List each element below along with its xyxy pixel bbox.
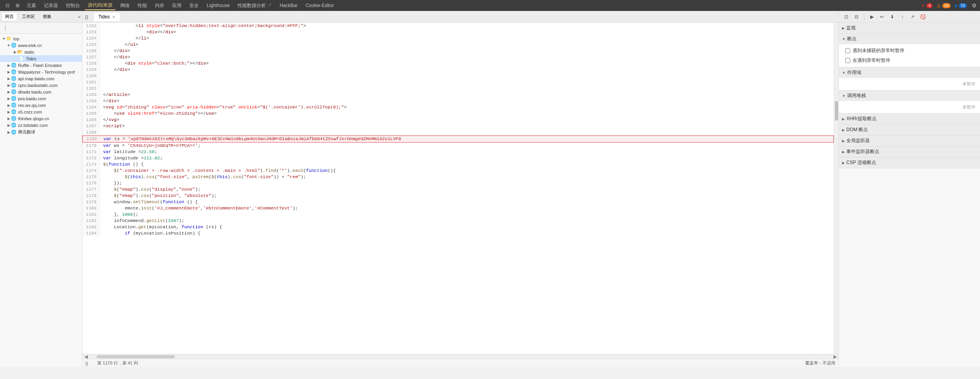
section-callstack-header[interactable]: ▼ 调用堆栈: [839, 90, 980, 101]
folder-icon: 🌐: [11, 89, 16, 94]
step-out-btn[interactable]: ↑: [898, 13, 907, 21]
tree-item-tides[interactable]: ▶ 📄 Tides: [0, 55, 82, 62]
section-arrow: ▶: [842, 150, 845, 154]
section-scope-header[interactable]: ▼ 作用域: [839, 67, 980, 78]
right-panel-toolbar: ⊡ ⊟ ▶ ↩ ⬇ ↑ ↗ 🚫: [839, 11, 980, 23]
menu-perf-analytics[interactable]: 性能数据分析 ↗: [234, 2, 275, 10]
tab-webpage[interactable]: 网页: [2, 12, 17, 21]
devtools-icon-1[interactable]: ⊡: [3, 1, 12, 10]
section-csp-header[interactable]: ▶ CSP 违规断点: [839, 157, 980, 168]
folder-icon: 📁: [6, 36, 12, 41]
folder-icon: 🌐: [11, 116, 16, 121]
tree-item-s5-cnzz[interactable]: ▶ 🌐 s5.cnzz.com: [0, 108, 82, 115]
section-dom: ▶ DOM 断点: [839, 125, 980, 135]
main-container: 网页 工作区 替换 » ⋮ ▼ 📁 top ▼ 🌐 www.eisk.cn: [0, 11, 980, 367]
tree-item-res-wx[interactable]: ▶ 🌐 res.wx.qq.com: [0, 102, 82, 108]
checkbox-caught-input[interactable]: [845, 58, 850, 63]
section-breakpoints: ▼ 断点 遇到未捕获的异常时暂停 在遇到异常时暂停: [839, 34, 980, 67]
code-line-1178: 1178 $("#map").css("position", "absolute…: [82, 193, 834, 199]
horizontal-scrollbar[interactable]: ◀ ▶: [82, 354, 838, 359]
step-over-btn[interactable]: ↩: [878, 13, 886, 21]
section-breakpoints-body: 遇到未捕获的异常时暂停 在遇到异常时暂停: [839, 44, 980, 67]
deactivate-btn[interactable]: 🚫: [918, 13, 927, 21]
folder-icon: 🌐: [11, 130, 16, 135]
tree-label: Wappalyzer - Technology prof: [18, 70, 75, 74]
section-csp: ▶ CSP 违规断点: [839, 157, 980, 168]
code-line-1167: 1167 <script>: [82, 123, 834, 129]
menu-memory[interactable]: 内存: [152, 2, 167, 10]
tree-item-cpro[interactable]: ▶ 🌐 cpro.baidustatic.com: [0, 82, 82, 88]
top-toolbar: ⊡ ⊞ 元素 记录器 控制台 源代码/来源 网络 性能 内存 应用 安全 Lig…: [0, 0, 980, 11]
code-line-1177: 1177 $("#map").css("display","none");: [82, 186, 834, 193]
step-next-btn[interactable]: ↗: [908, 13, 917, 21]
status-bar: {} 第 1170 行，第 41 列 覆盖率：不适用: [82, 359, 838, 367]
scroll-right-btn[interactable]: ▶: [832, 355, 838, 358]
devtools-icon-2[interactable]: ⊞: [13, 1, 22, 10]
menu-elements[interactable]: 元素: [24, 2, 39, 10]
tree-label: Ruffle - Flash Emulator: [18, 63, 62, 68]
step-into-btn[interactable]: ⬇: [888, 13, 897, 21]
scroll-left-btn[interactable]: ◀: [83, 355, 89, 358]
menu-network[interactable]: 网络: [117, 2, 133, 10]
section-arrow: ▶: [842, 128, 845, 132]
sync-btn[interactable]: ⋮: [2, 24, 9, 32]
tree-item-static[interactable]: ▶ 📂 static: [0, 49, 82, 55]
scroll-thumb[interactable]: [835, 101, 838, 121]
section-dom-header[interactable]: ▶ DOM 断点: [839, 125, 980, 135]
tree-item-wappalyzer[interactable]: ▶ 🌐 Wappalyzer - Technology prof: [0, 69, 82, 75]
menu-performance[interactable]: 性能: [134, 2, 150, 10]
tree-item-api-baidu[interactable]: ▶ 🌐 api.map.baidu.com: [0, 75, 82, 82]
code-line-1166: 1166 </svg>: [82, 117, 834, 123]
warning-badge: ⚠ 64: [936, 3, 951, 9]
menu-console[interactable]: 控制台: [63, 2, 83, 10]
info-count: 59: [959, 3, 967, 8]
tree-item-tencent-translate[interactable]: ▶ 🌐 腾讯翻译: [0, 128, 82, 136]
tree-label: top: [13, 36, 19, 41]
tree-label: pos.baidu.com: [18, 96, 46, 101]
checkbox-uncaught-input[interactable]: [845, 48, 850, 53]
layout-toggle-btn[interactable]: ⊡: [842, 13, 851, 21]
tab-close-btn[interactable]: ✕: [112, 15, 115, 19]
menu-recorder[interactable]: 记录器: [41, 2, 61, 10]
section-event-listeners-header[interactable]: ▶ 事件监听器断点: [839, 146, 980, 157]
section-global-listeners-header[interactable]: ▶ 全局监听器: [839, 135, 980, 146]
menu-security[interactable]: 安全: [186, 2, 202, 10]
tree-item-zz-bdstatic[interactable]: ▶ 🌐 zz.bdstatic.com: [0, 122, 82, 128]
code-line-1158: 1158 <div style="clear:both;"></div>: [82, 60, 834, 67]
tree-item-ruffle[interactable]: ▶ 🌐 Ruffle - Flash Emulator: [0, 62, 82, 69]
section-watch-header[interactable]: ▶ 监视: [839, 23, 980, 33]
code-line-1153: 1153 <div></div>: [82, 29, 834, 35]
code-line-1159: 1159 </div>: [82, 67, 834, 73]
code-line-1168: 1168: [82, 129, 834, 135]
section-breakpoints-header[interactable]: ▼ 断点: [839, 34, 980, 44]
section-label: CSP 违规断点: [846, 159, 876, 166]
separator: [864, 14, 864, 20]
tab-replace[interactable]: 替换: [40, 13, 54, 21]
position-label: 第 1170 行，第 41 列: [97, 360, 138, 366]
svg-text:{}: {}: [85, 361, 88, 366]
tree-item-dlswbr[interactable]: ▶ 🌐 dlswbr.baidu.com: [0, 88, 82, 95]
menu-source[interactable]: 源代码/来源: [85, 1, 116, 10]
menu-cookie-editor[interactable]: Cookie-Editor: [302, 2, 337, 9]
code-editor[interactable]: 1152 <li style="overflow:hidden;text-ali…: [82, 23, 834, 354]
tree-item-thirdwx[interactable]: ▶ 🌐 thirdwx.qlogo.cn: [0, 115, 82, 122]
code-line-1164: 1164 <svg id="zhiding" class="icon" aria…: [82, 104, 834, 110]
editor-tab-tides[interactable]: Tides ✕: [93, 12, 120, 21]
section-label: XHR/提取断点: [846, 116, 877, 122]
tab-workspace[interactable]: 工作区: [19, 13, 38, 21]
tree-item-top[interactable]: ▼ 📁 top: [0, 35, 82, 42]
code-line-1156: 1156 </div>: [82, 48, 834, 54]
more-btn[interactable]: »: [78, 14, 80, 19]
tree-item-eisk[interactable]: ▼ 🌐 www.eisk.cn: [0, 42, 82, 49]
section-xhr-header[interactable]: ▶ XHR/提取断点: [839, 114, 980, 124]
menu-lighthouse[interactable]: Lighthouse: [203, 2, 233, 9]
scroll-thumb-h[interactable]: [96, 355, 175, 358]
layout-toggle-btn2[interactable]: ⊟: [852, 13, 861, 21]
menu-hackbar[interactable]: HackBar: [276, 2, 301, 9]
vertical-scrollbar[interactable]: [834, 23, 838, 354]
resume-btn[interactable]: ▶: [867, 13, 876, 21]
folder-icon: 🌐: [11, 43, 16, 48]
menu-application[interactable]: 应用: [169, 2, 185, 10]
settings-icon[interactable]: ⚙: [972, 2, 977, 9]
tree-item-pos[interactable]: ▶ 🌐 pos.baidu.com: [0, 95, 82, 102]
